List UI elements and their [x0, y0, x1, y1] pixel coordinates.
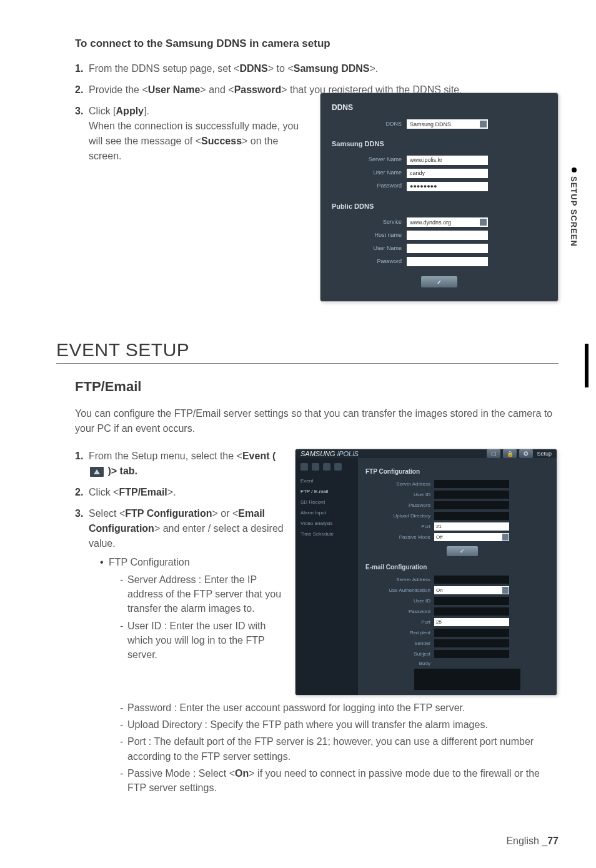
dash-item: Upload Directory : Specify the FTP path … — [120, 717, 559, 732]
event-steps-list: 1. From the Setup menu, select the <Even… — [56, 449, 287, 662]
sidebar-item-video-analysis[interactable]: Video analysis — [298, 518, 355, 529]
nav-icon[interactable] — [300, 463, 308, 471]
step-bold: Success — [201, 136, 242, 146]
event-tab-icon — [90, 467, 104, 477]
side-tab: SETUP SCREEN — [569, 167, 579, 247]
email-pass-label: Password — [365, 609, 434, 614]
topbar-button[interactable]: ✪ — [519, 449, 533, 458]
email-pass-field[interactable] — [434, 607, 509, 616]
step-bold: Password — [234, 84, 282, 95]
topbar-button[interactable]: 🔒 — [503, 449, 517, 458]
step-text: Click < — [89, 487, 119, 497]
step-number: 2. — [75, 485, 83, 500]
ddns-section-label: Samsung DDNS — [332, 139, 547, 149]
ddns-title: DDNS — [332, 102, 547, 113]
nav-icon[interactable] — [312, 463, 319, 471]
password-field[interactable]: ●●●●●●●● — [407, 182, 488, 191]
bullet-icon — [572, 167, 577, 172]
scroll-indicator — [585, 344, 589, 387]
main-panel: FTP Configuration Server Address User ID… — [358, 458, 557, 696]
port-label: Port — [365, 524, 434, 529]
screenshot-ddns: DDNS DDNS Samsung DDNS Samsung DDNS Serv… — [320, 92, 559, 302]
email-auth-select[interactable]: On — [434, 586, 509, 594]
port-field[interactable]: 21 — [434, 522, 509, 531]
user-id-field[interactable] — [434, 491, 509, 499]
footer-lang: English _ — [506, 836, 547, 846]
password-label: Password — [332, 182, 407, 191]
sidebar-item-time-schedule[interactable]: Time Schedule — [298, 529, 355, 539]
upload-dir-label: Upload Directory — [365, 513, 434, 519]
server-address-field[interactable] — [434, 480, 509, 488]
email-server-field[interactable] — [434, 576, 509, 584]
passive-mode-select[interactable]: Off — [434, 533, 509, 541]
step-text: > and < — [200, 84, 234, 95]
step-number: 1. — [75, 61, 83, 76]
page-footer: English _77 — [506, 836, 559, 847]
page-number: 77 — [547, 836, 559, 846]
step-text: Click [ — [89, 106, 116, 116]
step-number: 1. — [75, 449, 83, 464]
bullet-ftp-config: FTP Configuration — [100, 555, 287, 570]
upload-dir-field[interactable] — [434, 512, 509, 520]
service-select[interactable]: www.dyndns.org — [407, 217, 488, 227]
step-text: > or < — [212, 508, 239, 519]
step-number: 3. — [75, 506, 83, 521]
email-recipient-field[interactable] — [434, 629, 509, 637]
setup-label: Setup — [537, 451, 552, 457]
brand-label: SAMSUNG iPOLiS — [300, 450, 359, 457]
step-bold: )> tab. — [105, 466, 137, 476]
host-name-field[interactable] — [407, 231, 488, 240]
step-bold: Event ( — [242, 451, 276, 461]
sidebar-item-sd-record[interactable]: SD Record — [298, 497, 355, 507]
step-bold: Samsung DDNS — [294, 63, 370, 74]
public-user-label: User Name — [332, 244, 407, 253]
service-label: Service — [332, 218, 407, 227]
email-user-label: User ID — [365, 598, 434, 604]
sidebar-item-alarm-input[interactable]: Alarm Input — [298, 507, 355, 518]
step-text: > to < — [268, 63, 294, 74]
sidebar-item-event[interactable]: Event — [298, 476, 355, 486]
email-body-field[interactable] — [414, 669, 520, 690]
email-auth-label: Use Authentication — [365, 587, 434, 593]
intro-paragraph: You can configure the FTP/Email server s… — [75, 406, 559, 436]
step-bold: FTP/Email — [119, 487, 167, 497]
step-bold: User Name — [148, 84, 201, 95]
nav-icon[interactable] — [334, 463, 342, 471]
ddns-step-1: 1. From the DDNS setup page, set <DDNS> … — [75, 61, 559, 76]
email-sender-field[interactable] — [434, 639, 509, 647]
heading-ftp-email: FTP/Email — [75, 379, 559, 395]
email-subject-field[interactable] — [434, 650, 509, 658]
apply-button[interactable]: ✓ — [447, 546, 478, 556]
email-sender-label: Sender — [365, 641, 434, 646]
step-text: ]. — [144, 106, 149, 116]
server-name-field[interactable]: www.ipolis.kr — [407, 156, 488, 165]
sidebar-item-ftp-email[interactable]: FTP / E-mail — [298, 486, 355, 497]
step-number: 2. — [75, 82, 83, 97]
dash-item: Port : The default port of the FTP serve… — [120, 734, 559, 763]
ddns-select[interactable]: Samsung DDNS — [407, 119, 488, 129]
apply-button[interactable]: ✓ — [447, 695, 478, 696]
user-name-field[interactable]: candy — [407, 169, 488, 178]
step-text: From the DDNS setup page, set < — [89, 63, 239, 74]
apply-button[interactable]: ✓ — [421, 276, 457, 287]
dash-item: Server Address : Enter the IP address of… — [120, 572, 287, 616]
host-name-label: Host name — [332, 231, 407, 240]
public-user-field[interactable] — [407, 244, 488, 253]
nav-icon[interactable] — [323, 463, 330, 471]
public-password-field[interactable] — [407, 257, 488, 266]
step-number: 3. — [75, 104, 83, 119]
user-id-label: User ID — [365, 492, 434, 497]
passive-mode-label: Passive Mode — [365, 534, 434, 540]
email-user-field[interactable] — [434, 597, 509, 605]
step-text: >. — [167, 487, 176, 497]
ddns-steps-list: 1. From the DDNS setup page, set <DDNS> … — [56, 61, 559, 302]
event-step-2: 2. Click <FTP/Email>. — [75, 485, 287, 500]
step-text: From the Setup menu, select the < — [89, 451, 242, 461]
password-field[interactable] — [434, 501, 509, 509]
step-bold: DDNS — [239, 63, 267, 74]
ddns-field-label: DDNS — [332, 120, 407, 129]
topbar-button[interactable]: ▢ — [487, 449, 500, 458]
email-port-field[interactable]: 25 — [434, 618, 509, 626]
step-text: Select < — [89, 508, 125, 519]
step-text: >. — [370, 63, 379, 74]
